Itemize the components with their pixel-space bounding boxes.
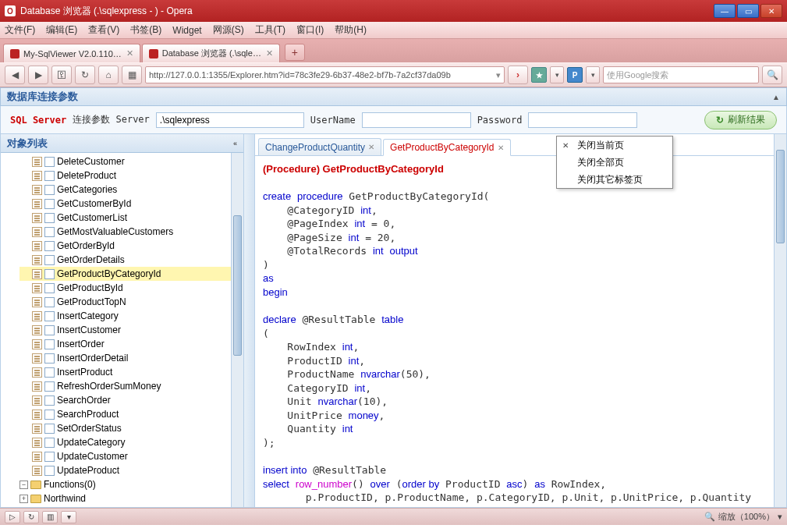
menu-source[interactable]: 网源(S) [213,23,244,37]
zoom-dropdown-icon[interactable]: ▾ [778,512,782,522]
back-button[interactable]: ◀ [5,66,25,84]
tree-item[interactable]: UpdateCategory [19,435,231,449]
folder-icon [30,495,41,503]
server-label: 连接参数 Server [73,113,150,126]
address-bar[interactable]: http://127.0.0.1:1355/Explorer.htm?id=78… [145,66,505,83]
expand-icon[interactable]: − [19,481,28,489]
proc-icon2 [44,255,55,265]
status-play-icon[interactable]: ▷ [5,511,20,523]
search-engine-dropdown[interactable]: ▾ [586,66,600,83]
tree-item[interactable]: DeleteCustomer [19,154,231,168]
ctx-close-all[interactable]: 关闭全部页 [557,154,672,171]
object-tree[interactable]: DeleteCustomerDeleteProductGetCategories… [1,153,231,507]
tree-item[interactable]: InsertCategory [19,309,231,323]
close-icon[interactable]: ✕ [498,144,504,152]
tree-item[interactable]: RefreshOrderSumMoney [19,379,231,393]
forward-button[interactable]: ▶ [28,66,48,84]
code-scrollbar[interactable] [774,134,786,507]
bookmark-button[interactable]: ★ [531,67,547,83]
username-input[interactable] [362,112,471,128]
maximize-button[interactable]: ▭ [737,4,759,18]
search-box[interactable]: 使用Google搜索 [603,66,759,83]
scroll-thumb[interactable] [776,150,785,243]
connection-panel-header[interactable]: 数据库连接参数 ▲ [0,87,787,106]
tree-folder[interactable]: +Northwind [19,491,231,505]
tab-close-icon[interactable]: ✕ [126,48,133,59]
proc-icon2 [44,381,55,392]
expand-icon[interactable]: + [19,495,28,503]
tree-item[interactable]: GetOrderById [19,239,231,253]
bookmark-dropdown[interactable]: ▾ [550,66,564,83]
username-label: UserName [310,115,356,126]
tree-item[interactable]: GetProductByCategoryId [19,267,231,281]
password-input[interactable] [528,112,637,128]
tree-item[interactable]: GetCustomerList [19,211,231,225]
tree-item[interactable]: InsertProduct [19,365,231,379]
tree-item[interactable]: GetMostValuableCustomers [19,225,231,239]
dropdown-icon[interactable]: ▾ [496,70,501,80]
menu-help[interactable]: 帮助(H) [335,23,367,37]
new-tab-button[interactable]: + [285,44,305,61]
reload-button[interactable]: ↻ [75,66,95,84]
scroll-thumb[interactable] [233,215,242,356]
tree-item[interactable]: GetProductTopN [19,295,231,309]
close-button[interactable]: ✕ [760,4,782,18]
menu-window[interactable]: 窗口(I) [296,23,324,37]
tree-item[interactable]: InsertCustomer [19,323,231,337]
tree-item[interactable]: GetCategories [19,183,231,197]
close-icon[interactable]: ✕ [368,143,374,151]
proc-icon [32,255,42,265]
proc-icon2 [44,466,55,476]
proc-icon2 [44,171,55,181]
sidebar-scrollbar[interactable] [231,153,243,507]
tree-item-label: GetOrderById [57,240,115,251]
menu-bookmarks[interactable]: 书签(B) [130,23,161,37]
tree-item[interactable]: InsertOrder [19,337,231,351]
menu-file[interactable]: 文件(F) [5,23,35,37]
tab-close-icon[interactable]: ✕ [266,48,273,59]
minimize-button[interactable]: — [714,4,736,18]
menu-view[interactable]: 查看(V) [88,23,119,37]
tree-item[interactable]: SearchOrder [19,393,231,407]
code-view[interactable]: (Procedure) GetProductByCategoryId creat… [255,156,774,507]
code-tab-2[interactable]: GetProductByCategoryId✕ [383,139,510,156]
proc-icon2 [44,395,55,406]
search-engine-button[interactable]: P [567,67,583,83]
splitter[interactable] [244,134,255,507]
wand-button[interactable]: ⚿ [51,66,72,84]
refresh-button[interactable]: 刷新结果 [704,111,777,129]
sidebar-collapse-icon[interactable]: « [233,140,237,147]
zoom-label[interactable]: 缩放（100%） [718,511,775,523]
status-dropdown[interactable]: ▾ [61,511,76,523]
ctx-close-current[interactable]: 关闭当前页 [557,137,672,154]
tree-item[interactable]: GetOrderDetails [19,253,231,267]
tree-item[interactable]: GetCustomerById [19,197,231,211]
tree-item[interactable]: SearchProduct [19,407,231,421]
menu-bar: 文件(F) 编辑(E) 查看(V) 书签(B) Widget 网源(S) 工具(… [0,22,787,39]
menu-widget[interactable]: Widget [172,25,201,36]
tree-item[interactable]: GetProductById [19,281,231,295]
tree-item[interactable]: SetOrderStatus [19,421,231,435]
search-button[interactable]: 🔍 [762,66,782,84]
proc-icon [32,199,42,209]
menu-edit[interactable]: 编辑(E) [46,23,77,37]
tree-item[interactable]: UpdateCustomer [19,449,231,463]
security-button[interactable]: ▦ [122,66,142,84]
server-input[interactable] [156,112,304,128]
ctx-close-others[interactable]: 关闭其它标签页 [557,171,672,188]
collapse-icon[interactable]: ▲ [772,93,780,101]
tree-item[interactable]: DeleteProduct [19,168,231,183]
status-panel-icon[interactable]: ▥ [42,511,58,523]
proc-icon2 [44,241,55,251]
home-button[interactable]: ⌂ [98,66,119,84]
status-sync-icon[interactable]: ↻ [23,511,39,523]
browser-tab-1[interactable]: My-SqlViewer V2.0.110… ✕ [3,44,140,62]
tree-folder[interactable]: −Functions(0) [19,477,231,491]
tree-item[interactable]: InsertOrderDetail [19,351,231,365]
menu-tools[interactable]: 工具(T) [255,23,285,37]
tree-item[interactable]: UpdateProduct [19,463,231,477]
go-button[interactable]: › [508,66,528,84]
browser-tab-2[interactable]: Database 浏览器 (.\sqle… ✕ [142,44,280,62]
sidebar-header[interactable]: 对象列表 « [1,134,243,153]
code-tab-1[interactable]: ChangeProductQuantity✕ [258,138,381,155]
